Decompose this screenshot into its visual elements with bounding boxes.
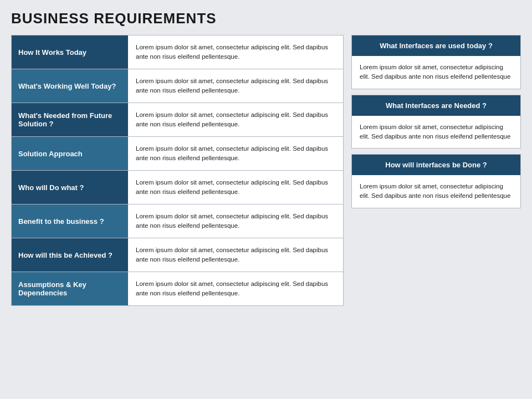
row-content: Lorem ipsum dolor sit amet, consectetur … (128, 272, 343, 305)
right-card: What Interfaces are used today ?Lorem ip… (351, 35, 521, 89)
right-column: What Interfaces are used today ?Lorem ip… (351, 35, 521, 306)
row-content: Lorem ipsum dolor sit amet, consectetur … (128, 204, 343, 238)
table-row: Benefit to the business ?Lorem ipsum dol… (12, 204, 343, 238)
right-card: How will interfaces be Done ?Lorem ipsum… (351, 154, 521, 208)
right-card-body: Lorem ipsum dolor sit amet, consectetur … (352, 116, 520, 149)
row-label: What's Working Well Today? (12, 69, 128, 103)
page: BUSINESS REQUIREMENTS How It Works Today… (0, 0, 532, 399)
left-column: How It Works TodayLorem ipsum dolor sit … (11, 35, 344, 306)
table-row: What's Working Well Today?Lorem ipsum do… (12, 69, 343, 103)
row-content: Lorem ipsum dolor sit amet, consectetur … (128, 137, 343, 170)
row-label: How It Works Today (12, 35, 128, 69)
row-label: Who will Do what ? (12, 171, 128, 204)
page-title: BUSINESS REQUIREMENTS (11, 10, 521, 27)
row-label: Assumptions & Key Dependencies (12, 272, 128, 305)
table-row: What's Needed from Future Solution ?Lore… (12, 103, 343, 137)
right-card-header: What Interfaces are Needed ? (352, 95, 520, 116)
right-card-header: How will interfaces be Done ? (352, 155, 520, 175)
row-label: Benefit to the business ? (12, 204, 128, 238)
row-content: Lorem ipsum dolor sit amet, consectetur … (128, 69, 343, 103)
row-content: Lorem ipsum dolor sit amet, consectetur … (128, 238, 343, 272)
right-card-header: What Interfaces are used today ? (352, 35, 520, 56)
row-content: Lorem ipsum dolor sit amet, consectetur … (128, 103, 343, 136)
right-card-body: Lorem ipsum dolor sit amet, consectetur … (352, 175, 520, 208)
row-content: Lorem ipsum dolor sit amet, consectetur … (128, 35, 343, 69)
row-label: How will this be Achieved ? (12, 238, 128, 272)
row-label: Solution Approach (12, 137, 128, 170)
row-content: Lorem ipsum dolor sit amet, consectetur … (128, 171, 343, 204)
table-row: Solution ApproachLorem ipsum dolor sit a… (12, 137, 343, 171)
main-layout: How It Works TodayLorem ipsum dolor sit … (11, 35, 521, 306)
table-row: Assumptions & Key DependenciesLorem ipsu… (12, 272, 343, 305)
table-row: Who will Do what ?Lorem ipsum dolor sit … (12, 171, 343, 204)
table-row: How It Works TodayLorem ipsum dolor sit … (12, 35, 343, 69)
row-label: What's Needed from Future Solution ? (12, 103, 128, 136)
table-row: How will this be Achieved ?Lorem ipsum d… (12, 238, 343, 272)
right-card: What Interfaces are Needed ?Lorem ipsum … (351, 95, 521, 149)
right-card-body: Lorem ipsum dolor sit amet, consectetur … (352, 56, 520, 89)
